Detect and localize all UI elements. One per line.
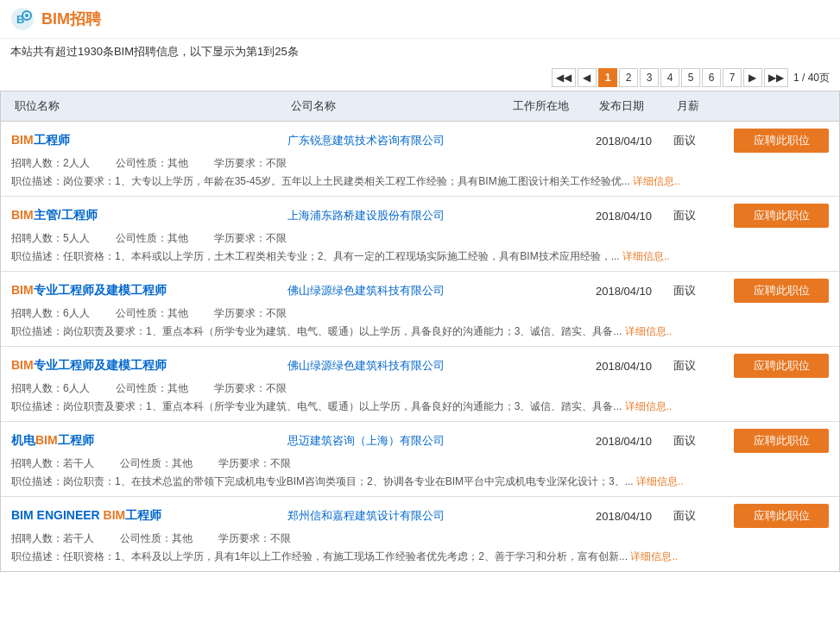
job-title-2[interactable]: BIM主管/工程师 [11,208,287,223]
detail-link-5[interactable]: 详细信息.. [636,475,684,487]
page-1-btn[interactable]: 1 [598,68,617,87]
job-title-3[interactable]: BIM专业工程师及建模工程师 [11,283,287,298]
job-date-6: 2018/04/10 [596,510,673,523]
detail-link-3[interactable]: 详细信息.. [625,325,673,337]
job-title-4[interactable]: BIM专业工程师及建模工程师 [11,358,287,374]
job-desc-5: 职位描述：岗位职责：1、在技术总监的带领下完成机电专业BIM咨询类项目；2、协调… [11,474,829,489]
job-count-1: 招聘人数：2人人 [11,156,90,171]
detail-link-2[interactable]: 详细信息.. [622,250,670,262]
job-date-5: 2018/04/10 [596,435,673,448]
job-count-4: 招聘人数：6人人 [11,381,90,396]
svg-point-3 [25,14,28,17]
job-salary-1: 面议 [673,133,734,148]
page-6-btn[interactable]: 6 [702,68,721,87]
job-salary-4: 面议 [673,358,734,374]
job-nature-3: 公司性质：其他 [116,306,188,321]
job-details-6: 招聘人数：若干人 公司性质：其他 学历要求：不限 [11,531,829,546]
apply-btn-5[interactable]: 应聘此职位 [734,429,829,453]
job-item-5: 机电BIM工程师 思迈建筑咨询（上海）有限公司 2018/04/10 面议 应聘… [1,422,839,497]
job-nature-6: 公司性质：其他 [120,531,193,546]
table-header: 职位名称 公司名称 工作所在地 发布日期 月薪 [0,91,840,121]
job-education-6: 学历要求：不限 [218,531,291,546]
job-details-5: 招聘人数：若干人 公司性质：其他 学历要求：不限 [11,456,829,471]
job-date-1: 2018/04/10 [596,135,673,148]
job-education-2: 学历要求：不限 [214,231,287,246]
page-prev-btn[interactable]: ◀ [578,68,597,87]
job-company-5[interactable]: 思迈建筑咨询（上海）有限公司 [287,433,509,449]
subtitle-text: 本站共有超过1930条BIM招聘信息，以下显示为第1到25条 [0,39,840,65]
job-details-4: 招聘人数：6人人 公司性质：其他 学历要求：不限 [11,381,829,396]
th-company: 公司名称 [287,97,509,116]
th-salary: 月薪 [673,97,734,116]
job-company-1[interactable]: 广东锐意建筑技术咨询有限公司 [287,133,509,148]
page-3-btn[interactable]: 3 [640,68,659,87]
job-education-3: 学历要求：不限 [214,306,287,321]
job-education-1: 学历要求：不限 [214,156,287,171]
apply-btn-6[interactable]: 应聘此职位 [734,504,829,528]
job-date-3: 2018/04/10 [596,285,673,298]
job-details-1: 招聘人数：2人人 公司性质：其他 学历要求：不限 [11,156,829,171]
job-date-4: 2018/04/10 [596,360,673,373]
job-title-1[interactable]: BIM工程师 [11,133,287,148]
page-4-btn[interactable]: 4 [660,68,679,87]
apply-btn-3[interactable]: 应聘此职位 [734,279,829,303]
job-count-2: 招聘人数：5人人 [11,231,90,246]
page-7-btn[interactable]: 7 [723,68,742,87]
job-item-4: BIM专业工程师及建模工程师 佛山绿源绿色建筑科技有限公司 2018/04/10… [1,347,839,422]
job-nature-4: 公司性质：其他 [116,381,188,396]
page-next-btn[interactable]: ▶ [743,68,762,87]
job-list: BIM工程师 广东锐意建筑技术咨询有限公司 2018/04/10 面议 应聘此职… [0,121,840,572]
job-date-2: 2018/04/10 [596,210,673,223]
job-details-3: 招聘人数：6人人 公司性质：其他 学历要求：不限 [11,306,829,321]
job-desc-6: 职位描述：任职资格：1、本科及以上学历，具有1年以上工作经验，有施工现场工作经验… [11,549,829,564]
job-count-3: 招聘人数：6人人 [11,306,90,321]
job-education-5: 学历要求：不限 [218,456,291,471]
page-5-btn[interactable]: 5 [681,68,700,87]
job-nature-2: 公司性质：其他 [116,231,188,246]
job-desc-4: 职位描述：岗位职责及要求：1、重点本科（所学专业为建筑、电气、暖通）以上学历，具… [11,399,829,414]
job-nature-1: 公司性质：其他 [116,156,188,171]
apply-btn-1[interactable]: 应聘此职位 [734,129,829,153]
th-location: 工作所在地 [509,97,596,116]
job-salary-5: 面议 [673,433,734,449]
job-title-5[interactable]: 机电BIM工程师 [11,433,287,449]
job-item-2: BIM主管/工程师 上海浦东路桥建设股份有限公司 2018/04/10 面议 应… [1,197,839,272]
job-title-6[interactable]: BIM ENGINEER BIM工程师 [11,508,287,524]
job-salary-3: 面议 [673,283,734,298]
apply-btn-4[interactable]: 应聘此职位 [734,354,829,378]
job-count-6: 招聘人数：若干人 [11,531,94,546]
job-company-4[interactable]: 佛山绿源绿色建筑科技有限公司 [287,358,509,374]
page-header: B BIM招聘 [0,0,840,39]
page-first-btn[interactable]: ◀◀ [552,68,576,87]
job-desc-3: 职位描述：岗位职责及要求：1、重点本科（所学专业为建筑、电气、暖通）以上学历，具… [11,324,829,339]
job-details-2: 招聘人数：5人人 公司性质：其他 学历要求：不限 [11,231,829,246]
job-item-6: BIM ENGINEER BIM工程师 郑州信和嘉程建筑设计有限公司 2018/… [1,497,839,571]
job-company-6[interactable]: 郑州信和嘉程建筑设计有限公司 [287,508,509,524]
job-desc-2: 职位描述：任职资格：1、本科或以上学历，土木工程类相关专业；2、具有一定的工程现… [11,248,829,264]
job-salary-2: 面议 [673,208,734,223]
job-company-3[interactable]: 佛山绿源绿色建筑科技有限公司 [287,283,509,298]
logo-icon: B [10,7,35,31]
page-2-btn[interactable]: 2 [619,68,638,87]
job-education-4: 学历要求：不限 [214,381,287,396]
job-count-5: 招聘人数：若干人 [11,456,94,471]
detail-link-6[interactable]: 详细信息.. [630,550,678,562]
detail-link-4[interactable]: 详细信息.. [625,400,673,412]
pagination-top: ◀◀ ◀ 1 2 3 4 5 6 7 ▶ ▶▶ 1 / 40页 [0,65,840,91]
th-action [734,97,829,116]
apply-btn-2[interactable]: 应聘此职位 [734,204,829,228]
page-last-btn[interactable]: ▶▶ [764,68,788,87]
page-info: 1 / 40页 [793,71,830,85]
job-item-3: BIM专业工程师及建模工程师 佛山绿源绿色建筑科技有限公司 2018/04/10… [1,272,839,347]
job-desc-1: 职位描述：岗位要求：1、大专以上学历，年龄在35-45岁。五年以上土民建类相关工… [11,173,829,189]
th-date: 发布日期 [596,97,673,116]
site-title: BIM招聘 [41,9,101,29]
job-company-2[interactable]: 上海浦东路桥建设股份有限公司 [287,208,509,223]
th-position: 职位名称 [11,97,287,116]
detail-link-1[interactable]: 详细信息.. [633,175,680,187]
job-item-1: BIM工程师 广东锐意建筑技术咨询有限公司 2018/04/10 面议 应聘此职… [1,122,839,197]
job-salary-6: 面议 [673,508,734,524]
job-nature-5: 公司性质：其他 [120,456,193,471]
